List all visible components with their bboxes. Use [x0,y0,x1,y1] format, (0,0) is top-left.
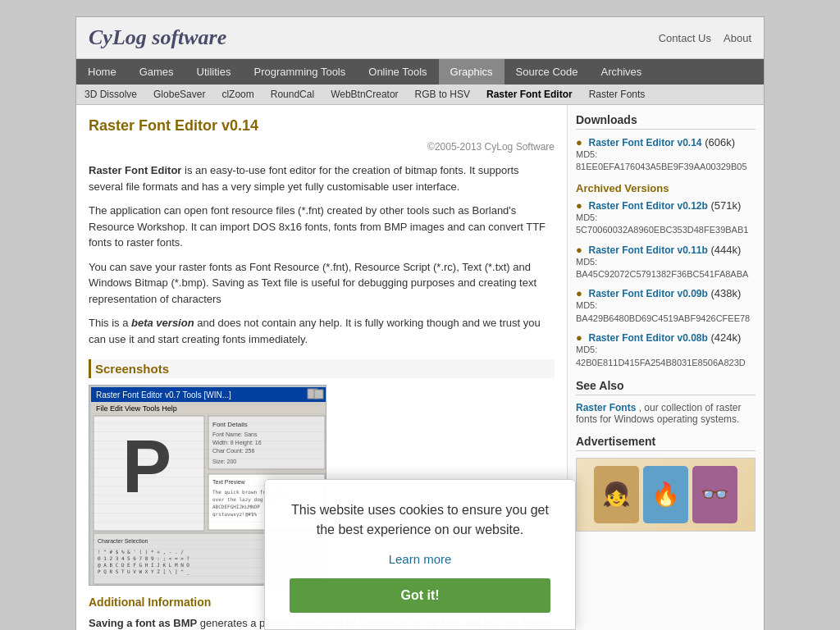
site-logo: CyLog software [89,25,226,50]
svg-text:0 1 2 3 4 5 6 7 8 9 : ; < = > : 0 1 2 3 4 5 6 7 8 9 : ; < = > ? [98,555,189,561]
subnav-globesaver[interactable]: GlobeSaver [145,84,213,104]
archived-v009b-size: (438k) [710,287,741,299]
ad-char-2: 🔥 [643,466,688,523]
svg-rect-6 [91,402,326,413]
archived-v011b: ● Raster Font Editor v0.11b (444k) MD5: … [576,244,756,281]
cookie-got-it-button[interactable]: Got it! [290,578,550,613]
archived-v011b-link[interactable]: Raster Font Editor v0.11b [588,244,707,256]
saving-font-label: Saving a font as BMP [89,617,197,629]
contact-us-link[interactable]: Contact Us [659,32,711,44]
sub-nav: 3D Dissolve GlobeSaver clZoom RoundCal W… [76,84,764,105]
description-1: Raster Font Editor is an easy-to-use fon… [89,162,555,194]
svg-rect-4 [314,390,323,399]
nav-home[interactable]: Home [76,59,128,84]
beta-version-label: beta version [131,317,194,329]
nav-archives[interactable]: Archives [590,59,654,84]
archived-v009b: ● Raster Font Editor v0.09b (438k) MD5: … [576,287,756,325]
subnav-rgb-to-hsv[interactable]: RGB to HSV [407,84,478,104]
svg-rect-8 [94,416,204,531]
subnav-webbtncreator[interactable]: WebBtnCreator [322,84,406,104]
svg-text:File Edit View Tools Help: File Edit View Tools Help [96,404,177,413]
cookie-learn-more-link[interactable]: Learn more [290,552,550,566]
archived-v012b-link[interactable]: Raster Font Editor v0.12b [588,200,707,212]
description-4-prefix: This is a [89,317,131,329]
svg-text:@ A B C D E F G H I J K L M N : @ A B C D E F G H I J K L M N O [98,562,189,568]
archived-v008b-size: (424k) [710,331,741,344]
bullet-icon-3: ● [576,287,582,299]
cookie-overlay: This website uses cookies to ensure you … [264,479,576,630]
svg-rect-3 [308,389,317,399]
nav-online-tools[interactable]: Online Tools [357,59,438,84]
bullet-icon: ● [576,136,582,148]
page-title: Raster Font Editor v0.14 [89,117,555,135]
svg-text:Raster Font Editor v0.7 Tools : Raster Font Editor v0.7 Tools [WIN...] [96,390,231,399]
archived-v011b-size: (444k) [710,244,741,256]
product-name-bold: Raster Font Editor [89,164,181,176]
screenshots-section-title: Screenshots [89,359,555,378]
subnav-clzoom[interactable]: clZoom [213,84,262,104]
svg-text:Size: 200: Size: 200 [212,459,236,464]
subnav-raster-fonts[interactable]: Raster Fonts [581,84,654,104]
copyright: ©2005-2013 CyLog Software [89,141,555,153]
cookie-message: This website uses cookies to ensure you … [290,500,550,540]
ad-char-1: 👧 [594,466,639,523]
svg-text:Char Count: 256: Char Count: 256 [212,448,254,454]
svg-text:! " # $ % & ' ( ) * + , - . /: ! " # $ % & ' ( ) * + , - . / [98,549,184,555]
advertisement-banner[interactable]: 👧 🔥 👓 [576,458,756,532]
bullet-icon-1: ● [576,199,582,212]
sidebar: Downloads ● Raster Font Editor v0.14 (60… [567,105,764,630]
svg-text:Character Selection: Character Selection [98,538,148,544]
main-nav: Home Games Utilities Programming Tools O… [76,59,764,84]
archived-v011b-md5: MD5: BA45C92072C5791382F36BC541FA8ABA [576,256,756,281]
download-current: ● Raster Font Editor v0.14 (606k) MD5: 8… [576,136,756,174]
archived-v008b-link[interactable]: Raster Font Editor v0.08b [588,332,707,344]
svg-rect-10 [208,416,325,469]
description-3: You can save your raster fonts as Font R… [89,259,555,308]
svg-text:Width: 8  Height: 16: Width: 8 Height: 16 [212,440,262,446]
archived-v009b-md5: MD5: BA429B6480BD69C4519ABF9426CFEE78 [576,299,756,325]
bullet-icon-2: ● [576,244,582,256]
svg-rect-1 [91,387,326,402]
see-also-content: Raster Fonts , our collection of raster … [576,402,756,425]
svg-text:Text Preview: Text Preview [212,479,246,485]
nav-source-code[interactable]: Source Code [504,59,590,84]
download-current-size: (606k) [705,136,735,148]
nav-programming-tools[interactable]: Programming Tools [243,59,358,84]
archived-versions-title: Archived Versions [576,182,756,194]
nav-graphics[interactable]: Graphics [439,59,504,84]
svg-text:P: P [122,426,171,508]
subnav-raster-font-editor[interactable]: Raster Font Editor [478,84,581,104]
see-also-link[interactable]: Raster Fonts [576,402,636,413]
svg-text:Font Name: Sans: Font Name: Sans [212,431,258,437]
archived-v012b-md5: MD5: 5C70060032A8960EBC353D48FE39BAB1 [576,212,756,237]
header-links: Contact Us About [659,32,751,44]
archived-v012b: ● Raster Font Editor v0.12b (571k) MD5: … [576,199,756,237]
svg-text:Font Details: Font Details [212,421,248,428]
nav-utilities[interactable]: Utilities [185,59,243,84]
archived-v012b-size: (571k) [710,199,741,212]
svg-text:qrstuvwxyz!@#$%: qrstuvwxyz!@#$% [212,511,258,518]
svg-text:ABCDEFGHIJKLMNOP: ABCDEFGHIJKLMNOP [212,504,260,509]
nav-games[interactable]: Games [128,59,185,84]
description-4: This is a beta version and does not cont… [89,315,555,347]
advertisement-title: Advertisement [576,435,756,451]
archived-v008b-md5: MD5: 42B0E811D415FA254B8031E8506A823D [576,344,756,369]
subnav-roundcal[interactable]: RoundCal [262,84,322,104]
svg-text:P Q R S T U V W X Y Z [ \ ] ^ : P Q R S T U V W X Y Z [ \ ] ^ _ [98,568,189,575]
about-link[interactable]: About [724,32,751,44]
downloads-title: Downloads [576,113,756,130]
archived-v009b-link[interactable]: Raster Font Editor v0.09b [588,288,707,299]
subnav-3d-dissolve[interactable]: 3D Dissolve [76,84,145,104]
download-current-link[interactable]: Raster Font Editor v0.14 [588,137,701,148]
archived-v008b: ● Raster Font Editor v0.08b (424k) MD5: … [576,331,756,369]
see-also-title: See Also [576,379,756,395]
description-2: The application can open font resource f… [89,203,555,251]
ad-characters: 👧 🔥 👓 [594,466,737,523]
bullet-icon-4: ● [576,331,582,344]
ad-char-3: 👓 [692,466,737,523]
download-current-md5: MD5: 81EE0EFA176043A5BE9F39AA00329B05 [576,148,756,174]
